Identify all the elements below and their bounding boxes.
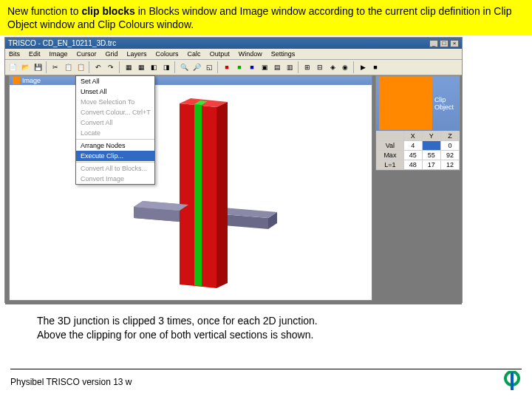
toolbar-button[interactable]: ◨ [160, 61, 172, 73]
clip-object-title: Clip Object [376, 76, 460, 131]
table-header-row: X Y Z [377, 132, 460, 141]
toolbar-button[interactable]: ■ [246, 61, 258, 73]
close-button[interactable]: × [450, 40, 459, 47]
toolbar-button[interactable]: 📂 [19, 61, 31, 73]
cell[interactable]: 4 [403, 141, 422, 151]
toolbar-button[interactable]: 📋 [75, 61, 86, 73]
menu-item[interactable]: Cursor [75, 50, 99, 58]
menu-item[interactable]: Unset All [76, 86, 154, 97]
banner-prefix: New function to [7, 5, 81, 17]
separator [89, 61, 90, 73]
workspace: Image [5, 75, 462, 304]
cell[interactable]: 0 [440, 141, 459, 151]
toolbar-button[interactable]: ⊟ [314, 61, 326, 73]
toolbar-button[interactable]: ■ [221, 61, 233, 73]
toolbar-button[interactable]: ▤ [271, 61, 283, 73]
feature-banner: New function to clip blocks in Blocks wi… [0, 0, 532, 35]
caption: The 3D junction is clipped 3 times, once… [37, 314, 532, 341]
clip-title-text: Clip Object [434, 96, 457, 111]
image-viewport[interactable] [10, 85, 372, 299]
toolbar-button[interactable]: ↶ [92, 61, 104, 73]
toolbar-button[interactable]: 🔍 [178, 61, 190, 73]
table-header: X [403, 132, 422, 141]
separator [298, 61, 299, 73]
menu-item: Locate [76, 128, 154, 138]
table-row: L=1 48 17 12 [377, 160, 460, 170]
menu-item[interactable]: Layers [125, 50, 149, 58]
cell[interactable]: 48 [403, 160, 422, 170]
menu-separator [76, 162, 154, 163]
toolbar-button[interactable]: ▦ [123, 61, 134, 73]
toolbar-button[interactable]: ■ [233, 61, 245, 73]
toolbar-button[interactable]: ⊞ [301, 61, 313, 73]
toolbar-button[interactable]: ◉ [339, 61, 351, 73]
toolbar-button[interactable]: ▦ [135, 61, 147, 73]
menu-item: Convert All [76, 117, 154, 128]
menu-item[interactable]: Arrange Nodes [76, 140, 154, 151]
menu-item[interactable]: Window [236, 50, 265, 58]
toolbar-button[interactable]: ◱ [203, 61, 215, 73]
menu-item-execute-clip[interactable]: Execute Clip... [76, 151, 154, 161]
separator [119, 61, 120, 73]
menu-item[interactable]: Settings [269, 50, 298, 58]
menu-item[interactable]: Set All [76, 76, 154, 86]
physibel-logo [502, 371, 522, 393]
toolbar-button[interactable]: ◈ [327, 61, 338, 73]
separator [217, 61, 219, 73]
row-label: Val [377, 141, 404, 151]
menu-item[interactable]: Output [208, 50, 232, 58]
cell[interactable] [422, 141, 440, 151]
clip-icon [379, 77, 432, 130]
cell[interactable]: 17 [422, 160, 440, 170]
menu-item[interactable]: Grid [103, 50, 120, 58]
app-window: TRISCO - CD_EN_10211_3D.trc _ □ × Bits E… [4, 37, 463, 303]
menu-item[interactable]: Colours [154, 50, 181, 58]
toolbar-button[interactable]: ↷ [105, 61, 117, 73]
footer: Physibel TRISCO version 13 w [10, 369, 522, 393]
toolbar-button[interactable]: ✂ [50, 61, 61, 73]
separator [46, 61, 47, 73]
cell[interactable]: 55 [422, 151, 440, 160]
row-label: Max [377, 151, 404, 160]
image-icon [13, 77, 20, 84]
image-title-text: Image [22, 77, 41, 84]
menu-item[interactable]: Calc [185, 50, 203, 58]
row-label: L=1 [377, 160, 404, 170]
menu-item: Move Selection To [76, 97, 154, 107]
toolbar-button[interactable]: 🔎 [191, 61, 202, 73]
toolbar-button[interactable]: ▶ [357, 61, 369, 73]
table-row: Val 4 0 [377, 141, 460, 151]
toolbar-button[interactable]: 💾 [32, 61, 44, 73]
image-subwindow-title: Image [10, 76, 372, 85]
menu-item[interactable]: Image [47, 50, 70, 58]
toolbar-button[interactable]: 📋 [62, 61, 74, 73]
menu-item[interactable]: Edit [27, 50, 43, 58]
menu-item[interactable]: Bits [7, 50, 22, 58]
table-row: Max 45 55 92 [377, 151, 460, 160]
footer-text: Physibel TRISCO version 13 w [10, 377, 132, 387]
blocks-dropdown-menu: Set All Unset All Move Selection To Conv… [75, 75, 155, 185]
toolbar-button[interactable]: ■ [369, 61, 381, 73]
window-title: TRISCO - CD_EN_10211_3D.trc [8, 39, 116, 47]
menu-item: Convert Colour... Ctrl+T [76, 107, 154, 117]
titlebar: TRISCO - CD_EN_10211_3D.trc _ □ × [5, 38, 462, 49]
svg-rect-0 [13, 77, 20, 84]
toolbar-button[interactable]: ◧ [148, 61, 160, 73]
clip-object-subwindow: Clip Object X Y Z Val 4 0 Max 45 [375, 75, 460, 171]
svg-marker-6 [216, 102, 228, 288]
menu-item: Convert All to Blocks... [76, 163, 154, 174]
menubar: Bits Edit Image Cursor Grid Layers Colou… [5, 49, 462, 60]
cell[interactable]: 92 [440, 151, 459, 160]
toolbar-button[interactable]: ▣ [259, 61, 270, 73]
cell[interactable]: 45 [403, 151, 422, 160]
svg-marker-7 [194, 104, 202, 286]
toolbar-button[interactable]: 📄 [7, 61, 18, 73]
minimize-button[interactable]: _ [429, 40, 438, 47]
maximize-button[interactable]: □ [440, 40, 449, 47]
menu-separator [76, 139, 154, 140]
toolbar: 📄 📂 💾 ✂ 📋 📋 ↶ ↷ ▦ ▦ ◧ ◨ 🔍 🔎 ◱ ■ ■ ■ ▣ ▤ … [5, 60, 462, 75]
cell[interactable]: 12 [440, 160, 459, 170]
separator [353, 61, 355, 73]
svg-rect-11 [379, 77, 432, 130]
toolbar-button[interactable]: ▥ [284, 61, 296, 73]
